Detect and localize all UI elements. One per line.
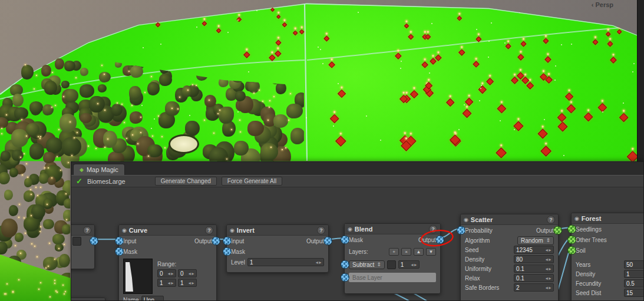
- node-header[interactable]: ◉ Invert ?: [227, 225, 328, 236]
- help-icon[interactable]: ?: [317, 226, 325, 234]
- generate-changed-button[interactable]: Generate Changed: [155, 177, 217, 186]
- node-title: Invert: [237, 227, 255, 234]
- node-blend[interactable]: ◉ Blend ? Mask Output Layers: + × ▲ ▼: [344, 223, 441, 294]
- name-field[interactable]: Unn: [141, 296, 164, 300]
- base-layer-row[interactable]: Base Layer: [349, 273, 436, 282]
- drag-arrows-icon: ◄►: [167, 272, 174, 276]
- range-min-in[interactable]: 0◄►: [157, 269, 176, 277]
- scatter-probability-port[interactable]: [457, 226, 465, 235]
- mask-port-label: Mask: [123, 249, 137, 255]
- grass-sparkle: [4, 293, 5, 295]
- view-mode-label[interactable]: ‹ Persp: [592, 1, 613, 8]
- help-icon[interactable]: ?: [205, 226, 213, 234]
- safe-borders-label: Safe Borders: [465, 285, 511, 291]
- seed-label: Seed: [465, 247, 511, 253]
- forest-seedlings-port[interactable]: [567, 225, 576, 234]
- scatter-output-port[interactable]: [553, 226, 562, 235]
- output-port-label: Output: [536, 227, 554, 234]
- curve-input-port[interactable]: [115, 237, 124, 246]
- blend-mode-dropdown[interactable]: Subtract ⇕: [349, 260, 385, 269]
- help-icon[interactable]: ?: [83, 226, 91, 234]
- range-max-in[interactable]: 1◄►: [157, 279, 176, 287]
- seed-dist-field[interactable]: 15◄►: [624, 289, 643, 297]
- node-forest[interactable]: ◉ Forest ? Seedlings Trees Other Trees S…: [571, 213, 643, 300]
- invert-input-port[interactable]: [223, 237, 232, 246]
- relax-field[interactable]: 0.1◄►: [514, 274, 554, 282]
- help-icon[interactable]: ?: [547, 216, 555, 224]
- curve-mask-port[interactable]: [115, 247, 124, 256]
- level-field[interactable]: 1◄►: [247, 258, 324, 266]
- node-header[interactable]: ?: [71, 225, 94, 236]
- grass-sparkle: [18, 279, 19, 280]
- invert-mask-port[interactable]: [223, 247, 232, 256]
- grass-sparkle: [49, 296, 51, 297]
- drag-arrows-icon: ◄►: [187, 281, 194, 285]
- algorithm-dropdown[interactable]: Random ⇕: [517, 236, 554, 245]
- layer-up-button[interactable]: ▲: [414, 248, 424, 256]
- fecundity-field[interactable]: 0.5◄►: [624, 279, 643, 287]
- invert-output-port[interactable]: [323, 237, 332, 246]
- mask-port-label: Mask: [349, 237, 363, 243]
- node-curve[interactable]: ◉ Curve ? Input Output Mask: [118, 224, 217, 300]
- unity-editor: ‹ Persp ◆ Map Magic ✓ BiomesLarge Genera…: [0, 0, 644, 301]
- blend-layer2-port[interactable]: [341, 273, 349, 282]
- layer1-value-field[interactable]: 1◄►: [398, 260, 420, 269]
- scene-scrollbar[interactable]: [637, 0, 644, 161]
- years-label: Years: [576, 262, 622, 268]
- density-field[interactable]: 80◄►: [514, 255, 554, 263]
- drag-arrows-icon: ◄►: [410, 263, 417, 267]
- node-partial-left[interactable]: ?: [71, 224, 95, 269]
- range-max-out[interactable]: 1◄►: [178, 279, 197, 287]
- value: 1: [250, 259, 253, 266]
- grass-sparkle: [54, 283, 55, 284]
- seed-field[interactable]: 12345◄►: [514, 246, 554, 254]
- range-min-out[interactable]: 0◄►: [178, 269, 197, 277]
- help-icon[interactable]: ?: [429, 225, 437, 233]
- years-field[interactable]: 50◄►: [624, 260, 643, 269]
- map-magic-icon: ◆: [80, 167, 84, 173]
- value: 0.5: [626, 280, 635, 287]
- node-header[interactable]: ◉ Curve ?: [119, 225, 216, 236]
- node-invert[interactable]: ◉ Invert ? Input Output Mask Level 1◄►: [226, 224, 329, 273]
- forest-other-trees-port[interactable]: [567, 236, 576, 244]
- layer-thumb: [387, 260, 396, 269]
- layer-add-button[interactable]: +: [389, 248, 399, 256]
- soil-port-label: Soil: [576, 247, 586, 254]
- safe-borders-field[interactable]: 2◄►: [514, 283, 554, 292]
- forest-density-field[interactable]: 1◄►: [624, 270, 643, 278]
- range-fields: Range: 0◄► 0◄► 1◄► 1◄►: [157, 259, 197, 294]
- mask-port-label: Mask: [231, 249, 245, 255]
- forest-soil-port[interactable]: [567, 246, 576, 255]
- curve-editor[interactable]: [123, 259, 153, 294]
- uniformity-field[interactable]: 0.1◄►: [514, 264, 554, 273]
- node-header[interactable]: ◉ Scatter ?: [461, 214, 558, 225]
- value: 1: [626, 271, 630, 277]
- value: 80: [516, 256, 523, 263]
- blend-output-port[interactable]: [435, 236, 444, 244]
- node-header[interactable]: ◉: [71, 298, 105, 300]
- value: Unn: [144, 297, 154, 301]
- tab-map-magic[interactable]: ◆ Map Magic: [73, 164, 125, 175]
- layer-down-button[interactable]: ▼: [426, 248, 436, 256]
- node-graph-canvas[interactable]: ? ◉ ◉ Curve ?: [71, 187, 643, 300]
- blend-layer1-port[interactable]: [341, 260, 349, 269]
- dropdown-value: Random: [521, 237, 543, 244]
- value: 0.1: [516, 275, 524, 282]
- node-title: Blend: [355, 226, 373, 233]
- graph-name: BiomesLarge: [87, 178, 126, 185]
- value: 0: [180, 270, 184, 277]
- curve-output-port[interactable]: [212, 237, 220, 246]
- node-scatter[interactable]: ◉ Scatter ? Probability Output Algorithm…: [460, 214, 559, 300]
- output-port[interactable]: [90, 237, 98, 246]
- grass-sparkle: [62, 285, 64, 286]
- node-header[interactable]: ◉ Forest ?: [572, 213, 643, 224]
- range-label: Range:: [157, 261, 197, 267]
- node-partial-bottom[interactable]: ◉: [71, 297, 105, 300]
- force-generate-all-button[interactable]: Force Generate All: [222, 177, 282, 186]
- popup-icon: ⇕: [546, 237, 550, 243]
- grass-sparkle: [40, 282, 41, 283]
- grass-sparkle: [38, 289, 39, 290]
- node-header[interactable]: ◉ Blend ?: [345, 224, 440, 234]
- blend-mask-port[interactable]: [341, 236, 349, 244]
- layer-remove-button[interactable]: ×: [401, 248, 411, 256]
